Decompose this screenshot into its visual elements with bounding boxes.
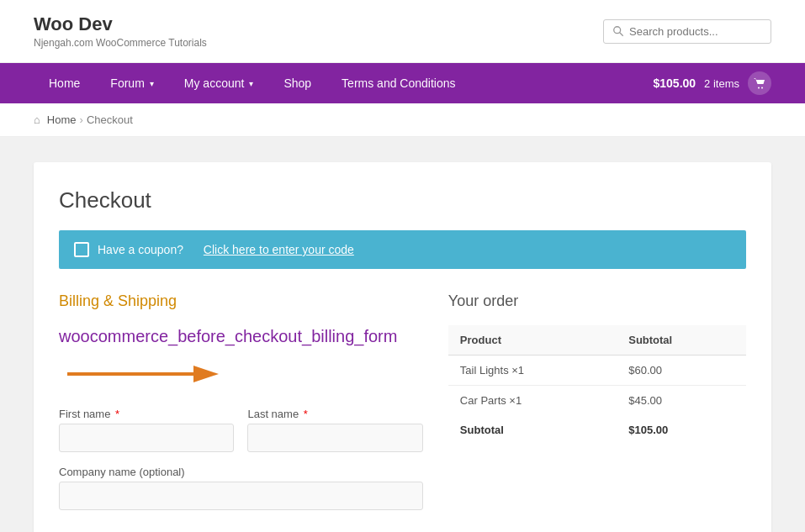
item-price: $45.00 [617,386,746,416]
billing-section-title: Billing & Shipping [59,292,423,310]
svg-point-0 [614,27,621,34]
item-price: $60.00 [617,356,746,386]
order-table-row: Car Parts ×1 $45.00 [448,386,746,416]
cart-svg [753,77,766,89]
checkout-card: Checkout Have a coupon? Click here to en… [34,162,771,532]
first-name-required: * [115,408,119,420]
forum-chevron-icon: ▾ [150,79,154,88]
first-name-label: First name * [59,408,234,420]
order-table-header: Product Subtotal [448,325,746,356]
last-name-required: * [304,408,308,420]
checkout-title: Checkout [59,187,746,213]
main-content: Checkout Have a coupon? Click here to en… [0,137,805,532]
coupon-banner: Have a coupon? Click here to enter your … [59,230,746,269]
breadcrumb-current: Checkout [87,113,133,126]
nav-forum[interactable]: Forum ▾ [95,63,168,103]
company-input[interactable] [59,482,423,510]
site-tagline: Njengah.com WooCommerce Tutorials [34,37,207,49]
item-name: Tail Lights ×1 [448,356,617,386]
search-input[interactable] [629,25,762,38]
home-icon: ⌂ [34,113,40,126]
hook-text-container: woocommerce_before_checkout_billing_form [59,325,423,391]
col-subtotal: Subtotal [617,325,746,356]
company-group: Company name (optional) [59,466,423,510]
breadcrumb-separator: › [80,113,83,126]
name-form-row: First name * Last name * [59,408,423,452]
arrow-svg [59,357,227,391]
nav-terms[interactable]: Terms and Conditions [326,63,470,103]
subtotal-label: Subtotal [448,415,617,445]
site-branding: Woo Dev Njengah.com WooCommerce Tutorial… [34,13,207,49]
first-name-input[interactable] [59,424,234,452]
last-name-group: Last name * [247,408,422,452]
svg-point-2 [758,87,760,89]
cart-items-count: 2 items [704,77,739,90]
nav-shop[interactable]: Shop [268,63,326,103]
first-name-group: First name * [59,408,234,452]
nav-home[interactable]: Home [34,63,95,103]
account-chevron-icon: ▾ [249,79,253,88]
svg-line-1 [620,33,623,36]
nav-my-account[interactable]: My account ▾ [169,63,269,103]
order-table: Product Subtotal Tail Lights ×1 $60.00 C… [448,325,746,445]
site-title: Woo Dev [34,13,207,35]
order-table-row: Tail Lights ×1 $60.00 [448,356,746,386]
search-box[interactable] [603,19,771,44]
coupon-icon [74,242,89,257]
order-col: Your order Product Subtotal Tail Lights … [448,292,746,510]
order-section-title: Your order [448,292,746,310]
cart-price: $105.00 [653,76,696,90]
arrow-container [59,357,423,391]
checkout-columns: Billing & Shipping woocommerce_before_ch… [59,292,746,510]
svg-point-3 [761,87,763,89]
shipping-title: & Shipping [103,292,177,309]
last-name-input[interactable] [247,424,422,452]
company-label: Company name (optional) [59,466,423,478]
cart-area: $105.00 2 items [653,71,771,95]
order-subtotal-row: Subtotal $105.00 [448,415,746,445]
search-icon [612,25,624,37]
site-header: Woo Dev Njengah.com WooCommerce Tutorial… [0,0,805,63]
svg-marker-5 [193,366,219,382]
subtotal-value: $105.00 [617,415,746,445]
nav-items: Home Forum ▾ My account ▾ Shop Terms and… [34,63,471,103]
hook-text: woocommerce_before_checkout_billing_form [59,325,423,347]
coupon-link[interactable]: Click here to enter your code [204,243,354,256]
site-nav: Home Forum ▾ My account ▾ Shop Terms and… [0,63,805,103]
breadcrumb-home[interactable]: Home [47,113,77,126]
cart-icon[interactable] [748,71,771,95]
billing-col: Billing & Shipping woocommerce_before_ch… [59,292,423,510]
col-product: Product [448,325,617,356]
coupon-text: Have a coupon? [98,243,183,256]
item-name: Car Parts ×1 [448,386,617,416]
last-name-label: Last name * [247,408,422,420]
breadcrumb: ⌂ Home › Checkout [0,103,805,137]
company-form-row: Company name (optional) [59,466,423,510]
